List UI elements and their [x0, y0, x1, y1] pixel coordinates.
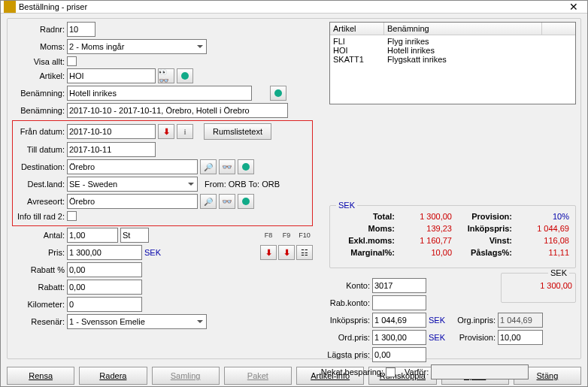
- destland-select[interactable]: SE - Sweden: [67, 177, 198, 192]
- konto-input[interactable]: [372, 278, 426, 293]
- rabkonto-input[interactable]: [372, 295, 426, 310]
- app-icon: [4, 1, 16, 13]
- ordpris-input[interactable]: [372, 330, 426, 345]
- search-icon-2[interactable]: [200, 194, 217, 209]
- samling-button: Samling: [152, 367, 220, 385]
- paket-button: Paket: [224, 367, 292, 385]
- dot-button-2[interactable]: [270, 86, 286, 101]
- kilometer-label: Kilometer:: [12, 300, 65, 309]
- pris-label: Pris:: [12, 248, 65, 257]
- lagstapris-label: Lägsta pris:: [316, 350, 370, 359]
- rabatt-input[interactable]: [67, 280, 142, 295]
- radnr-label: Radnr:: [12, 25, 65, 34]
- antal-input[interactable]: [67, 228, 118, 243]
- th-spacer: [542, 23, 575, 35]
- artikel-label: Artikel:: [12, 71, 65, 80]
- antal-label: Antal:: [12, 231, 65, 240]
- nekat-label: Nekat besparing:: [316, 367, 383, 376]
- rabkonto-label: Rab.konto:: [316, 298, 370, 307]
- sek2-legend: SEK: [548, 268, 569, 277]
- infotill-checkbox[interactable]: [67, 211, 77, 221]
- orginpris-label: Org.inpris:: [453, 316, 496, 325]
- dot-button-3[interactable]: [238, 159, 254, 174]
- date-group: Från datum: ⬇ i Rumslistetext Till datum…: [12, 120, 313, 226]
- binoculars-icon-2[interactable]: 👓: [219, 159, 235, 174]
- frandatum-input[interactable]: [67, 124, 156, 139]
- info-icon[interactable]: i: [177, 124, 193, 139]
- nekat-checkbox[interactable]: [386, 367, 396, 377]
- artikel-input[interactable]: [67, 68, 156, 83]
- moms-select[interactable]: 2 - Moms ingår: [67, 39, 207, 54]
- rensa-button[interactable]: Rensa: [7, 367, 74, 385]
- fkey-labels: F8F9F10: [260, 231, 313, 239]
- f10-button[interactable]: ☷: [296, 245, 313, 260]
- moms-label: Moms:: [12, 42, 65, 51]
- inkopspris-input[interactable]: [372, 313, 426, 328]
- frandatum-label: Från datum:: [15, 127, 65, 136]
- resenar-select[interactable]: 1 - Svensson Emelie: [67, 314, 207, 329]
- benamning-input[interactable]: [67, 86, 252, 101]
- tilldatum-input[interactable]: [67, 142, 156, 157]
- search-icon-1[interactable]: [200, 159, 217, 174]
- sek-legend: SEK: [336, 201, 357, 210]
- fromto-label: From: ORB To: ORB: [205, 180, 280, 189]
- table-row: SKATT1Flygskatt inrikes: [330, 55, 575, 64]
- visaallt-checkbox[interactable]: [67, 56, 77, 66]
- radnr-input[interactable]: [67, 22, 95, 37]
- pris-currency: SEK: [144, 248, 167, 257]
- varfor-input: [431, 364, 529, 379]
- inkopspris-label: Inköpspris:: [316, 316, 370, 325]
- konto-label: Konto:: [316, 281, 370, 290]
- avreseort-label: Avreseort:: [15, 197, 65, 206]
- pris-input[interactable]: [67, 245, 142, 260]
- infotill-label: Info till rad 2:: [15, 212, 65, 221]
- th-benamning[interactable]: Benämning: [384, 23, 542, 35]
- orginpris-input: [498, 313, 543, 328]
- rabattpct-label: Rabatt %: [12, 265, 65, 274]
- antal-unit-input[interactable]: [120, 228, 149, 243]
- provision-input[interactable]: [498, 330, 543, 345]
- dot-button-1[interactable]: [177, 68, 193, 83]
- lagstapris-input[interactable]: [372, 347, 426, 362]
- f9-button[interactable]: ⬇: [278, 245, 295, 260]
- dot-button-4[interactable]: [238, 194, 254, 209]
- order-prices-window: Beställning - priser ✕ Radnr: Moms: 2 - …: [0, 0, 588, 387]
- benamning-label: Benämning:: [12, 89, 65, 98]
- titlebar: Beställning - priser ✕: [1, 1, 587, 14]
- varfor-label: Varför:: [405, 367, 429, 376]
- avreseort-input[interactable]: [67, 194, 198, 209]
- provision-label: Provision:: [453, 333, 496, 342]
- th-artikel[interactable]: Artikel: [330, 23, 384, 35]
- table-row: FLIFlyg inrikes: [330, 37, 575, 46]
- visaallt-label: Visa allt:: [12, 57, 65, 66]
- kilometer-input[interactable]: [67, 297, 142, 312]
- ordpris-label: Ord.pris:: [316, 333, 370, 342]
- rumslistetext-button[interactable]: Rumslistetext: [204, 123, 271, 140]
- rabattpct-input[interactable]: [67, 262, 142, 277]
- sek-summary: SEK Total:1 300,00Provision:10% Moms:139…: [329, 205, 576, 268]
- destland-label: Dest.land:: [15, 180, 65, 189]
- f8-button[interactable]: ⬇: [260, 245, 277, 260]
- table-row: HOIHotell inrikes: [330, 46, 575, 55]
- arrow-down-icon[interactable]: ⬇: [158, 124, 174, 139]
- tilldatum-label: Till datum:: [15, 145, 65, 154]
- binoculars-icon-3[interactable]: 👓: [219, 194, 235, 209]
- destination-label: Destination:: [15, 162, 65, 171]
- benamning2-input[interactable]: [67, 103, 288, 118]
- resenar-label: Resenär:: [12, 317, 65, 326]
- close-icon[interactable]: ✕: [563, 1, 584, 13]
- binoculars-icon[interactable]: 👓: [158, 68, 174, 83]
- radera-button[interactable]: Radera: [79, 367, 147, 385]
- destination-input[interactable]: [67, 159, 198, 174]
- article-table[interactable]: Artikel Benämning FLIFlyg inrikes HOIHot…: [329, 22, 576, 104]
- rabatt-label: Rabatt:: [12, 283, 65, 292]
- benamning2-label: Benämning:: [12, 106, 65, 115]
- window-title: Beställning - priser: [19, 2, 563, 11]
